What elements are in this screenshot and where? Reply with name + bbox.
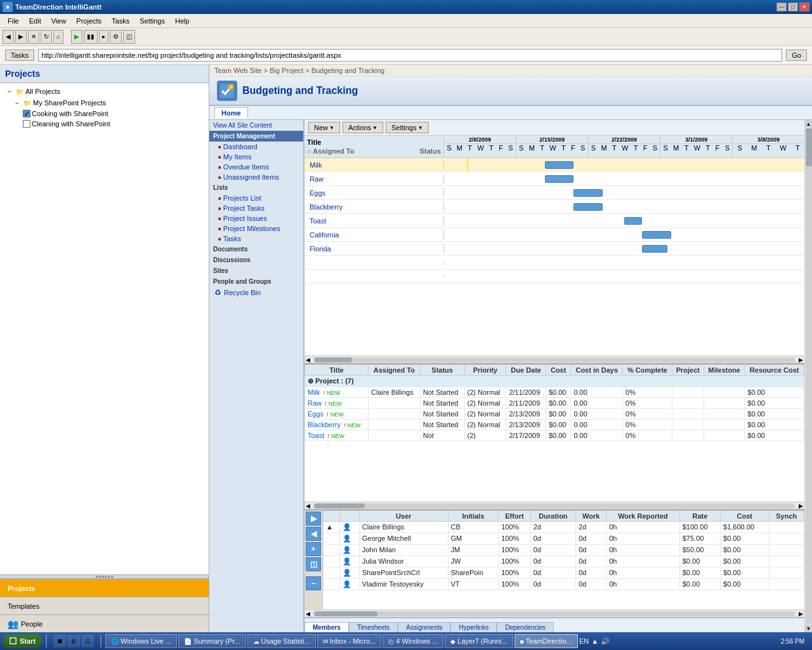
taskbar-app-winlive[interactable]: 🌐 Windows Live ...	[105, 634, 177, 648]
gantt-row-california[interactable]: California	[304, 228, 804, 242]
res-user-julia[interactable]: Julia Windsor	[359, 556, 448, 567]
tab-home[interactable]: Home	[214, 107, 248, 118]
res-user-george[interactable]: George Mitchell	[359, 533, 448, 545]
sidebar-tab-templates[interactable]: Templates	[0, 597, 209, 614]
nav-recycle-bin[interactable]: ♻ Recycle Bin	[209, 287, 303, 298]
nav-projects-list[interactable]: ■Projects List	[209, 193, 303, 203]
res-btn-nav-left[interactable]: ◀	[306, 527, 321, 541]
taskbar-app-teamdirection[interactable]: ■ TeamDirectio...	[514, 634, 578, 648]
toolbar-home[interactable]: ⌂	[53, 30, 63, 44]
main-vertical-scrollbar[interactable]: ▲ ▼	[804, 120, 812, 632]
resource-row[interactable]: 👤 George Mitchell GM 100% 0d 0d 0h $75.0…	[324, 533, 804, 545]
close-button[interactable]: ✕	[799, 3, 809, 11]
btab-hyperlinks[interactable]: Hyperlinks	[450, 622, 497, 632]
toolbar-forward[interactable]: ▶	[15, 30, 27, 44]
ql-media[interactable]: ♫	[81, 635, 94, 647]
hscroll-right-arrow[interactable]: ▶	[797, 357, 804, 363]
res-user-claire[interactable]: Claire Billings	[359, 522, 448, 533]
start-button[interactable]: ☐ Start	[3, 634, 42, 648]
nav-project-issues[interactable]: ■Project Issues	[209, 213, 303, 223]
task-title-toast[interactable]: Toast ! NEW	[305, 430, 369, 441]
toolbar-pause[interactable]: ▮▮	[84, 30, 98, 44]
taskbar-app-inbox[interactable]: ✉ Inbox - Micro...	[317, 634, 382, 648]
toolbar-layout[interactable]: ◫	[123, 30, 135, 44]
res-user-vladimir[interactable]: Vladimir Testoyesky	[359, 579, 448, 590]
res-user-sharepoint[interactable]: SharePointSrchCrl	[359, 567, 448, 579]
vscroll-down-arrow[interactable]: ▼	[805, 625, 813, 632]
tree-my-sharepoint[interactable]: − 📁 My SharePoint Projects	[0, 97, 209, 109]
hscroll-left-arrow[interactable]: ◀	[304, 357, 311, 363]
res-hscroll-thumb[interactable]	[314, 611, 377, 616]
nav-overdue-items[interactable]: ■Overdue Items	[209, 162, 303, 172]
go-button[interactable]: Go	[786, 50, 807, 61]
hscroll-thumb[interactable]	[314, 357, 352, 362]
taskbar-app-summary[interactable]: 📄 Summary (Pr...	[178, 634, 246, 648]
menu-file[interactable]: File	[3, 16, 24, 26]
vscroll-up-arrow[interactable]: ▲	[805, 120, 813, 128]
sidebar-tab-people[interactable]: 👥 People	[0, 614, 209, 632]
maximize-button[interactable]: □	[788, 3, 798, 11]
res-hscroll-right[interactable]: ▶	[797, 611, 804, 617]
gantt-row-toast[interactable]: Toast	[304, 214, 804, 228]
settings-dropdown-button[interactable]: Settings ▼	[386, 122, 429, 133]
gantt-horizontal-scrollbar[interactable]: ◀ ▶	[304, 355, 804, 363]
bottom-hscroll-right[interactable]: ▶	[797, 503, 804, 509]
btab-members[interactable]: Members	[304, 622, 349, 632]
res-hscroll-left[interactable]: ◀	[304, 611, 311, 617]
gantt-row-florida[interactable]: Florida	[304, 242, 804, 256]
taskbar-app-layer7[interactable]: ◆ Layer7 (Runni...	[445, 634, 513, 648]
toolbar-stop[interactable]: ✕	[28, 30, 39, 44]
table-row[interactable]: Blackberry ! NEW Not Started (2) Normal …	[305, 420, 804, 430]
toolbar-options[interactable]: ⚙	[110, 30, 122, 44]
taskbar-app-usage[interactable]: ☁ Usage Statisti...	[247, 634, 316, 648]
nav-project-milestones[interactable]: ■Project Milestones	[209, 223, 303, 234]
menu-settings[interactable]: Settings	[134, 16, 170, 26]
nav-tasks[interactable]: ■Tasks	[209, 234, 303, 244]
table-row[interactable]: Toast ! NEW Not (2) 2/17/2009 $0.00	[305, 430, 804, 441]
gantt-row-blackberry[interactable]: Blackberry	[304, 200, 804, 214]
menu-projects[interactable]: Projects	[71, 16, 107, 26]
resource-row[interactable]: 👤 John Milan JM 100% 0d 0d 0h $50.00 $0	[324, 545, 804, 556]
vscroll-thumb[interactable]	[806, 128, 812, 166]
res-btn-nav-right[interactable]: ▶	[306, 512, 321, 526]
btab-dependencies[interactable]: Dependencies	[497, 622, 554, 632]
resource-row[interactable]: ▲ 👤 Claire Billings CB 100% 2d 2d 0h $1	[324, 522, 804, 533]
minimize-button[interactable]: —	[776, 3, 787, 11]
resource-row[interactable]: 👤 SharePointSrchCrl SharePoin 100% 0d 0d…	[324, 567, 804, 579]
resource-row[interactable]: 👤 Vladimir Testoyesky VT 100% 0d 0d 0h $…	[324, 579, 804, 590]
menu-view[interactable]: View	[46, 16, 72, 26]
taskbar-app-windows[interactable]: ◴ 4 Windows ...	[383, 634, 443, 648]
table-row[interactable]: Eggs ! NEW Not Started (2) Normal 2/13/2…	[305, 409, 804, 420]
bottom-hscroll-thumb[interactable]	[314, 503, 365, 508]
res-btn-remove[interactable]: −	[306, 576, 321, 590]
nav-dashboard[interactable]: ■Dashboard	[209, 142, 303, 152]
toolbar-refresh[interactable]: ↻	[41, 30, 52, 44]
menu-edit[interactable]: Edit	[24, 16, 46, 26]
view-all-site-content[interactable]: View All Site Content	[209, 120, 303, 131]
task-title-blackberry[interactable]: Blackberry ! NEW	[305, 420, 369, 430]
task-title-eggs[interactable]: Eggs ! NEW	[305, 409, 369, 420]
nav-project-tasks[interactable]: ■Project Tasks	[209, 203, 303, 213]
tasks-button[interactable]: Tasks	[5, 50, 34, 61]
tree-cooking[interactable]: ✓ Cooking with SharePoint	[0, 109, 209, 119]
btab-timesheets[interactable]: Timesheets	[349, 622, 398, 632]
btab-assignments[interactable]: Assignments	[398, 622, 450, 632]
resources-hscrollbar[interactable]: ◀ ▶	[304, 609, 804, 617]
tree-cleaning[interactable]: Cleaning with SharePoint	[0, 119, 209, 129]
ql-ie[interactable]: e	[67, 635, 80, 647]
nav-unassigned-items[interactable]: ■Unassigned Items	[209, 172, 303, 182]
res-btn-add[interactable]: +	[306, 542, 321, 556]
sidebar-tab-projects[interactable]: Projects	[0, 579, 209, 597]
menu-help[interactable]: Help	[170, 16, 195, 26]
gantt-row-raw[interactable]: Raw	[304, 172, 804, 186]
gantt-row-eggs[interactable]: Eggs	[304, 186, 804, 200]
table-row[interactable]: Milk ! NEW Claire Billings Not Started (…	[305, 387, 804, 398]
resource-row[interactable]: 👤 Julia Windsor JW 100% 0d 0d 0h $0.00	[324, 556, 804, 567]
task-title-raw[interactable]: Raw ! NEW	[305, 398, 369, 409]
toolbar-back[interactable]: ◀	[3, 30, 14, 44]
res-user-john[interactable]: John Milan	[359, 545, 448, 556]
address-input[interactable]	[38, 49, 782, 62]
toolbar-play[interactable]: ▶	[71, 30, 82, 44]
ql-show-desktop[interactable]: ■	[53, 635, 66, 647]
nav-my-items[interactable]: ■My Items	[209, 152, 303, 162]
